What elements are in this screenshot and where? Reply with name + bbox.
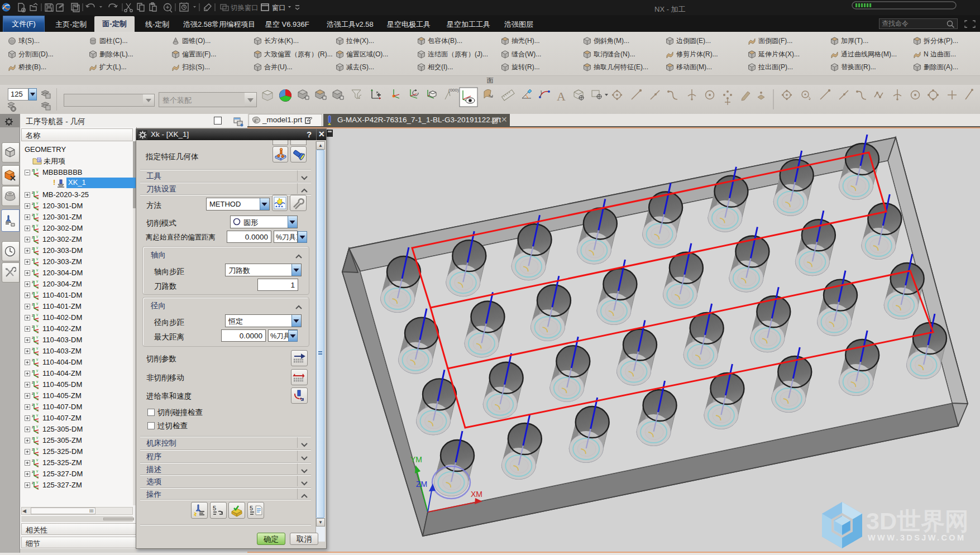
svg-text:z: z — [32, 481, 34, 485]
svg-text:v: v — [36, 313, 39, 317]
svg-text:z: z — [32, 324, 34, 328]
svg-text:z: z — [32, 168, 34, 172]
svg-text:x: x — [37, 274, 39, 278]
svg-text:x: x — [37, 486, 39, 490]
svg-text:3D世界网: 3D世界网 — [866, 508, 969, 534]
svg-text:v: v — [36, 470, 39, 473]
svg-text:x: x — [37, 386, 39, 390]
svg-text:WWW.3DSJW.COM: WWW.3DSJW.COM — [868, 533, 966, 542]
svg-text:YM: YM — [410, 455, 422, 464]
svg-text:v: v — [36, 447, 39, 451]
svg-text:x: x — [37, 252, 39, 256]
svg-text:z: z — [32, 458, 34, 462]
svg-text:v: v — [36, 391, 39, 395]
svg-text:z: z — [32, 403, 34, 406]
svg-text:x: x — [37, 241, 39, 245]
svg-text:x: x — [37, 397, 39, 401]
svg-text:v: v — [36, 246, 39, 250]
svg-text:(000): (000) — [448, 88, 459, 93]
svg-text:z: z — [32, 235, 34, 239]
svg-text:x: x — [37, 319, 39, 323]
svg-text:x: x — [37, 408, 39, 412]
svg-text:x: x — [37, 174, 39, 178]
svg-text:x: x — [37, 419, 39, 423]
svg-text:v: v — [36, 369, 39, 372]
svg-text:v: v — [36, 168, 39, 171]
svg-text:v: v — [36, 425, 39, 428]
svg-text:v: v — [36, 358, 39, 361]
svg-text:x: x — [37, 330, 39, 334]
svg-text:x: x — [37, 207, 39, 211]
svg-text:x: x — [37, 453, 39, 457]
svg-text:z: z — [32, 358, 34, 362]
svg-text:z: z — [32, 380, 34, 384]
svg-text:x: x — [37, 196, 39, 200]
svg-text:x: x — [37, 363, 39, 367]
svg-text:v: v — [36, 336, 39, 339]
svg-text:v: v — [36, 291, 39, 294]
svg-text:v: v — [36, 380, 39, 384]
svg-text:z: z — [32, 291, 34, 295]
svg-text:z: z — [32, 202, 34, 205]
svg-text:v: v — [36, 414, 39, 417]
svg-text:x: x — [37, 218, 39, 222]
svg-text:z: z — [32, 280, 34, 284]
svg-text:x: x — [37, 308, 39, 312]
svg-text:z: z — [32, 302, 34, 306]
svg-text:z: z — [32, 313, 34, 317]
svg-text:v: v — [36, 213, 39, 216]
svg-text:z: z — [32, 336, 34, 339]
svg-text:z: z — [32, 369, 34, 373]
svg-text:v: v — [36, 202, 39, 205]
svg-text:z: z — [32, 269, 34, 272]
svg-text:x: x — [37, 285, 39, 289]
svg-text:x: x — [37, 442, 39, 446]
svg-text:z: z — [32, 213, 34, 217]
svg-text:v: v — [36, 403, 39, 406]
svg-text:x: x — [37, 352, 39, 356]
svg-text:z: z — [32, 436, 34, 440]
svg-text:v: v — [36, 347, 39, 350]
svg-text:5: 5 — [213, 505, 216, 511]
svg-text:x: x — [37, 296, 39, 300]
svg-text:x: x — [37, 229, 39, 233]
svg-text:z: z — [32, 190, 34, 194]
svg-text:z: z — [32, 470, 34, 473]
svg-text:z: z — [32, 447, 34, 451]
svg-text:x: x — [37, 375, 39, 379]
svg-text:v: v — [36, 324, 39, 328]
svg-text:x: x — [37, 464, 39, 468]
svg-text:v: v — [36, 224, 39, 227]
svg-text:z: z — [32, 224, 34, 228]
svg-text:窗口: 窗口 — [272, 4, 286, 12]
svg-text:v: v — [36, 280, 39, 283]
svg-text:A: A — [557, 89, 566, 103]
svg-text:v: v — [36, 235, 39, 238]
svg-text:v: v — [36, 436, 39, 439]
svg-text:x: x — [37, 341, 39, 345]
svg-text:z: z — [32, 257, 34, 261]
svg-text:ZM: ZM — [416, 480, 427, 489]
svg-text:z: z — [32, 414, 34, 418]
svg-text:z: z — [32, 347, 34, 351]
svg-text:z: z — [32, 391, 34, 395]
svg-text:z: z — [32, 425, 34, 429]
svg-text:v: v — [36, 190, 39, 194]
svg-text:v: v — [36, 458, 39, 462]
svg-text:v: v — [36, 269, 39, 272]
svg-text:切换窗口: 切换窗口 — [230, 4, 259, 12]
svg-text:5: 5 — [250, 505, 253, 511]
svg-text:x: x — [37, 475, 39, 479]
svg-text:x: x — [37, 263, 39, 267]
svg-text:z: z — [32, 246, 34, 250]
svg-text:v: v — [36, 257, 39, 261]
svg-text:XM: XM — [471, 490, 482, 499]
svg-text:x: x — [37, 430, 39, 434]
svg-text:v: v — [36, 481, 39, 484]
svg-text:v: v — [36, 302, 39, 305]
